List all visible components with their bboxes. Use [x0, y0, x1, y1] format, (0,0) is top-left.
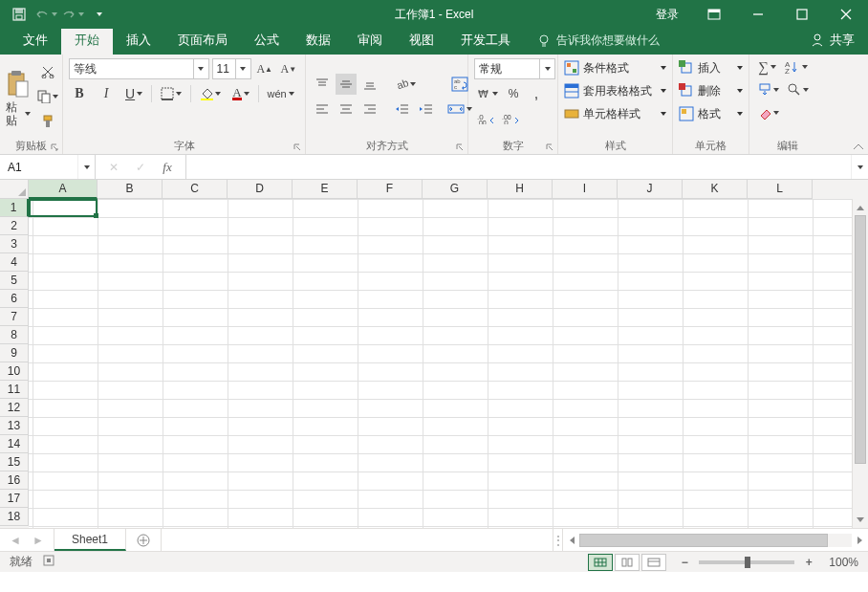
- row-header[interactable]: 8: [0, 326, 29, 344]
- formula-input[interactable]: [186, 155, 851, 179]
- scroll-left-button[interactable]: [563, 532, 579, 548]
- undo-button[interactable]: [33, 0, 59, 29]
- zoom-slider[interactable]: [699, 560, 794, 564]
- increase-font-button[interactable]: A▲: [254, 58, 275, 79]
- cell-styles-button[interactable]: 单元格样式: [564, 102, 666, 125]
- maximize-button[interactable]: [780, 0, 824, 29]
- border-button[interactable]: [158, 83, 184, 104]
- new-sheet-button[interactable]: [126, 529, 161, 551]
- row-header[interactable]: 10: [0, 362, 29, 381]
- accounting-format-button[interactable]: ₩: [474, 83, 501, 104]
- decrease-indent-button[interactable]: [392, 99, 413, 120]
- vscroll-thumb[interactable]: [855, 215, 866, 464]
- qat-customize-button[interactable]: [86, 0, 113, 29]
- column-header[interactable]: D: [228, 180, 293, 199]
- row-header[interactable]: 9: [0, 344, 29, 362]
- column-header[interactable]: J: [618, 180, 683, 199]
- zoom-out-button[interactable]: −: [678, 556, 691, 569]
- alignment-launcher[interactable]: [454, 142, 466, 153]
- row-header[interactable]: 3: [0, 235, 29, 253]
- tell-me-search[interactable]: 告诉我你想要做什么: [524, 27, 673, 55]
- table-format-button[interactable]: 套用表格格式: [564, 79, 666, 102]
- align-right-button[interactable]: [359, 99, 380, 120]
- row-header[interactable]: 11: [0, 381, 29, 399]
- select-all-button[interactable]: [0, 180, 29, 199]
- align-center-button[interactable]: [336, 99, 357, 120]
- column-header[interactable]: B: [98, 180, 163, 199]
- column-header[interactable]: I: [553, 180, 618, 199]
- italic-button[interactable]: I: [96, 83, 117, 104]
- name-box[interactable]: A1: [0, 155, 96, 179]
- row-header[interactable]: 12: [0, 399, 29, 417]
- macro-record-button[interactable]: [42, 554, 55, 570]
- format-cells-button[interactable]: 格式: [679, 102, 743, 125]
- column-header[interactable]: F: [358, 180, 423, 199]
- decrease-decimal-button[interactable]: .00.0: [499, 108, 522, 129]
- horizontal-scrollbar[interactable]: [562, 529, 868, 551]
- number-format-combo[interactable]: 常规: [474, 58, 555, 79]
- share-button[interactable]: 共享: [797, 26, 868, 55]
- tab-pagelayout[interactable]: 页面布局: [164, 26, 241, 55]
- scroll-up-button[interactable]: [853, 199, 868, 215]
- prev-sheet-button[interactable]: ◄: [4, 529, 27, 552]
- tab-data[interactable]: 数据: [293, 26, 344, 55]
- number-launcher[interactable]: [544, 142, 555, 153]
- row-header[interactable]: 1: [0, 199, 29, 217]
- cancel-formula-button[interactable]: ✕: [103, 157, 124, 178]
- orientation-button[interactable]: ab: [392, 74, 419, 95]
- underline-button[interactable]: U: [122, 83, 145, 104]
- format-painter-button[interactable]: [34, 111, 61, 132]
- tab-developer[interactable]: 开发工具: [447, 26, 524, 55]
- row-header[interactable]: 2: [0, 217, 29, 235]
- row-header[interactable]: 17: [0, 490, 29, 508]
- zoom-in-button[interactable]: +: [802, 556, 815, 569]
- row-header[interactable]: 16: [0, 471, 29, 490]
- tab-split-handle[interactable]: ⋮: [553, 529, 562, 551]
- sort-filter-button[interactable]: AZ: [782, 56, 811, 77]
- login-button[interactable]: 登录: [642, 7, 692, 23]
- row-header[interactable]: 14: [0, 435, 29, 453]
- zoom-level[interactable]: 100%: [829, 556, 858, 569]
- decrease-font-button[interactable]: A▼: [278, 58, 299, 79]
- clear-button[interactable]: [755, 102, 782, 123]
- expand-formula-bar-button[interactable]: [851, 155, 868, 179]
- close-button[interactable]: [824, 0, 868, 29]
- minimize-button[interactable]: [736, 0, 780, 29]
- column-header[interactable]: K: [683, 180, 748, 199]
- row-header[interactable]: 18: [0, 508, 29, 526]
- percent-button[interactable]: %: [503, 83, 524, 104]
- font-name-combo[interactable]: 等线: [69, 58, 209, 79]
- row-header[interactable]: 4: [0, 253, 29, 272]
- sheet-tab[interactable]: Sheet1: [54, 529, 126, 551]
- save-button[interactable]: [6, 0, 33, 29]
- tab-view[interactable]: 视图: [396, 26, 447, 55]
- row-header[interactable]: 6: [0, 290, 29, 308]
- vertical-scrollbar[interactable]: [852, 199, 868, 528]
- row-header[interactable]: 7: [0, 308, 29, 326]
- column-header[interactable]: E: [293, 180, 358, 199]
- scroll-down-button[interactable]: [853, 512, 868, 528]
- insert-cells-button[interactable]: 插入: [679, 56, 743, 79]
- next-sheet-button[interactable]: ►: [27, 529, 50, 552]
- redo-button[interactable]: [59, 0, 86, 29]
- tab-insert[interactable]: 插入: [113, 26, 164, 55]
- tab-formulas[interactable]: 公式: [241, 26, 293, 55]
- column-header[interactable]: L: [748, 180, 813, 199]
- find-select-button[interactable]: [785, 79, 812, 100]
- clipboard-launcher[interactable]: [49, 142, 60, 153]
- tab-review[interactable]: 审阅: [344, 26, 396, 55]
- cut-button[interactable]: [34, 61, 61, 82]
- row-header[interactable]: 5: [0, 272, 29, 290]
- increase-indent-button[interactable]: [416, 99, 437, 120]
- font-size-combo[interactable]: 11: [212, 58, 251, 79]
- fill-color-button[interactable]: [197, 83, 224, 104]
- tab-home[interactable]: 开始: [61, 26, 113, 55]
- comma-button[interactable]: ,: [526, 83, 547, 104]
- page-layout-view-button[interactable]: [615, 554, 640, 571]
- ribbon-display-options[interactable]: [692, 0, 736, 29]
- fill-button[interactable]: [755, 79, 782, 100]
- column-header[interactable]: G: [423, 180, 488, 199]
- column-header[interactable]: C: [163, 180, 228, 199]
- autosum-button[interactable]: ∑: [755, 56, 779, 77]
- row-header[interactable]: 15: [0, 453, 29, 471]
